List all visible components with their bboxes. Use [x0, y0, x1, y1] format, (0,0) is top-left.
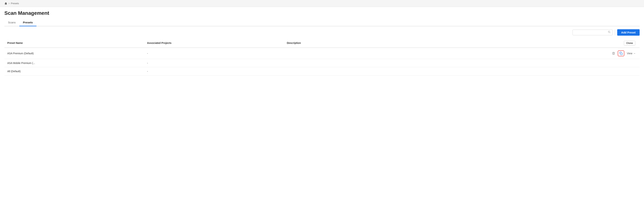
breadcrumb-separator: > — [8, 2, 10, 5]
col-header-description: Description — [284, 39, 576, 48]
search-box[interactable] — [572, 30, 613, 35]
search-input[interactable] — [574, 31, 607, 34]
clone-button-highlighted[interactable] — [618, 50, 624, 56]
tab-scans[interactable]: Scans — [4, 19, 19, 26]
page-header: Scan Management Scans Presets — [0, 7, 644, 26]
toolbar-divider — [615, 29, 615, 35]
home-icon[interactable] — [4, 2, 7, 5]
preset-name-cell: ASA Premium (Default) — [4, 48, 144, 59]
associated-projects-cell: - — [144, 67, 284, 75]
page-title: Scan Management — [4, 10, 640, 16]
view-label: View — [627, 52, 632, 55]
col-header-preset-name: Preset Name — [4, 39, 144, 48]
tab-presets[interactable]: Presets — [19, 19, 36, 26]
preset-name: All — [7, 70, 11, 73]
action-cell: View → — [576, 48, 640, 59]
svg-rect-0 — [621, 53, 622, 55]
col-header-associated-projects: Associated Projects — [144, 39, 284, 48]
view-button[interactable]: View → — [626, 51, 637, 56]
table-row: ASA Mobile Premium (... - — [4, 59, 640, 67]
search-icon — [608, 31, 611, 34]
add-preset-button[interactable]: Add Preset — [617, 29, 640, 36]
preset-name: ASA Premium — [7, 52, 24, 55]
description-cell — [284, 59, 576, 67]
description-cell — [284, 67, 576, 75]
preset-name-cell: ASA Mobile Premium (... — [4, 59, 144, 67]
associated-projects-cell: - — [144, 59, 284, 67]
action-buttons: View → — [579, 50, 637, 56]
description-cell — [284, 48, 576, 59]
preset-name-cell: All (Default) — [4, 67, 144, 75]
delete-button[interactable] — [611, 51, 616, 56]
col-header-clone: Clone — [576, 39, 640, 48]
clone-header-label: Clone — [624, 41, 635, 45]
table-row: ASA Premium (Default) - — [4, 48, 640, 59]
view-arrow: → — [633, 52, 636, 55]
table-header-row: Preset Name Associated Projects Descript… — [4, 39, 640, 48]
associated-projects-cell: - — [144, 48, 284, 59]
toolbar: Add Preset — [0, 26, 644, 39]
presets-table-container: Preset Name Associated Projects Descript… — [0, 39, 644, 75]
action-cell — [576, 59, 640, 67]
action-cell — [576, 67, 640, 75]
preset-default-label: (Default) — [11, 70, 20, 73]
tab-bar: Scans Presets — [4, 19, 640, 26]
preset-default-label: (Default) — [24, 52, 34, 55]
breadcrumb-bar: > Presets — [0, 0, 644, 7]
preset-name: ASA Mobile Premium (... — [7, 62, 35, 64]
presets-table: Preset Name Associated Projects Descript… — [4, 39, 640, 75]
breadcrumb-current: Presets — [11, 2, 19, 5]
breadcrumb: > Presets — [4, 2, 640, 5]
table-row: All (Default) - — [4, 67, 640, 75]
